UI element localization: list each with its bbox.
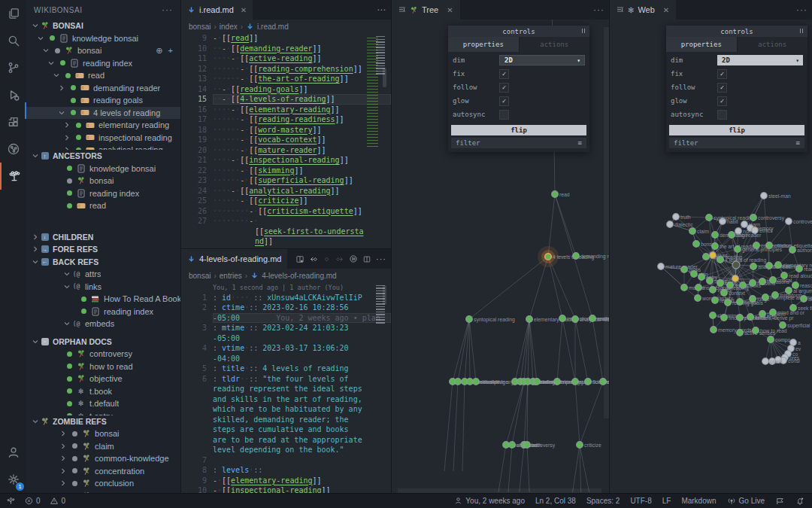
breadcrumb-file[interactable]: 4-levels-of-reading.md	[262, 272, 337, 280]
activity-wikibonsai[interactable]	[0, 163, 26, 190]
section-orphan-docs[interactable]: ▫ORPHAN DOCS	[26, 336, 180, 348]
graph-node-reading-goals[interactable]	[725, 300, 732, 306]
graph-node-sequence[interactable]	[737, 315, 744, 321]
graph-node-misinform[interactable]	[772, 292, 779, 299]
chevron-down-icon[interactable]	[36, 35, 45, 41]
follow-checkbox[interactable]: ✓	[717, 83, 727, 93]
graph-node-read[interactable]	[552, 191, 559, 198]
glow-checkbox[interactable]: ✓	[499, 96, 509, 106]
graph-node-habit[interactable]	[729, 232, 735, 239]
breadcrumb-item[interactable]: index	[220, 23, 238, 31]
chevron-down-icon[interactable]	[52, 72, 61, 78]
forward-icon[interactable]	[335, 255, 344, 263]
filter-input[interactable]: filter≡	[669, 138, 804, 148]
graph-node-truth[interactable]	[673, 214, 680, 221]
activity-settings[interactable]: 1	[0, 466, 26, 493]
graph-node-active-reading[interactable]	[703, 254, 710, 260]
tree-item-claim[interactable]: claim	[26, 440, 180, 453]
tab-actions[interactable]: actions	[520, 37, 590, 52]
more-icon[interactable]: ···	[376, 254, 386, 263]
tree-item-t-book[interactable]: ✻t.book	[26, 385, 180, 398]
graph-node-and-and-or[interactable]	[801, 296, 807, 303]
status-lf[interactable]: LF	[662, 497, 671, 505]
controls-header[interactable]: controls	[448, 26, 589, 37]
scrollbar-thumb[interactable]	[383, 285, 386, 305]
tree-item-elementary-reading[interactable]: elementary reading	[26, 119, 180, 132]
back-icon[interactable]	[309, 255, 318, 263]
tree-item-t-default[interactable]: ✻t.default	[26, 397, 180, 410]
graph-node-controversy[interactable]	[750, 214, 757, 221]
tree-item-reading-index[interactable]: reading index	[26, 306, 180, 318]
glow-checkbox[interactable]: ✓	[717, 96, 727, 106]
tree-item-bonsai[interactable]: bonsai	[26, 175, 180, 187]
activity-graph[interactable]	[0, 135, 26, 163]
status-wikibonsai-branch[interactable]	[6, 496, 16, 506]
activity-explorer[interactable]	[0, 0, 26, 27]
graph-node-syntopical-reading[interactable]	[466, 316, 473, 323]
graph-node-truth[interactable]	[524, 442, 531, 449]
fix-checkbox[interactable]: ✓	[499, 69, 509, 79]
graph-node-skimming[interactable]	[554, 379, 561, 385]
close-icon[interactable]: ✕	[663, 6, 669, 14]
status-go-live[interactable]: Go Live	[727, 497, 765, 506]
chevron-right-icon[interactable]	[59, 430, 68, 437]
close-icon[interactable]: ✕	[447, 6, 453, 14]
graph-node-read[interactable]	[710, 252, 717, 259]
graph-node-how-to-read[interactable]	[503, 442, 510, 449]
tab-i.read.md[interactable]: i.read.md✕	[181, 0, 253, 20]
activity-account[interactable]	[0, 439, 26, 466]
more-actions-icon[interactable]: ···	[162, 5, 173, 15]
close-icon[interactable]: ✕	[241, 6, 247, 14]
tab-tree[interactable]: Tree✕	[392, 0, 460, 20]
filter-input[interactable]: filter≡	[451, 138, 586, 148]
graph-node-concentration[interactable]	[753, 242, 760, 249]
graph-node[interactable]	[732, 261, 740, 269]
chevron-down-icon[interactable]	[41, 47, 50, 53]
graph-node-elementary-reading[interactable]	[775, 262, 782, 269]
chevron-down-icon[interactable]	[31, 418, 40, 424]
preview-icon[interactable]	[295, 255, 304, 263]
section-fore-refs[interactable]: →FORE REFS	[26, 243, 180, 256]
tree-item-read[interactable]: read	[26, 199, 180, 212]
chevron-right-icon[interactable]	[62, 122, 71, 128]
graph-node-reading-voice[interactable]	[796, 266, 803, 272]
graph-node-terms[interactable]	[707, 278, 714, 284]
tree-item-bonsai[interactable]: bonsai	[26, 427, 180, 440]
graph-node-syntopical-reading[interactable]	[706, 214, 713, 221]
graph-node-elementary-reading[interactable]	[526, 316, 533, 323]
graph-node-plan[interactable]	[691, 271, 698, 278]
tab-actions[interactable]: actions	[738, 37, 808, 52]
graph-node-criticize[interactable]	[577, 442, 583, 449]
status-markdown[interactable]: Markdown	[681, 497, 716, 505]
more-actions-icon[interactable]: ⋯	[377, 5, 386, 15]
tab-4-levels-of-reading.md[interactable]: 4-levels-of-reading.md	[181, 249, 287, 269]
split-icon[interactable]	[362, 255, 371, 263]
chevron-down-icon[interactable]	[31, 339, 40, 345]
graph-node-entry[interactable]	[698, 274, 705, 281]
section-children[interactable]: ↓CHILDREN	[26, 231, 180, 244]
chevron-right-icon[interactable]	[62, 135, 71, 141]
autosync-checkbox[interactable]	[499, 110, 509, 120]
more-actions-icon[interactable]: ···	[593, 5, 604, 15]
chevron-right-icon[interactable]	[31, 246, 40, 252]
chevron-down-icon[interactable]	[31, 23, 40, 29]
item-action-icons[interactable]: ⊕ +	[156, 46, 180, 56]
graph-node-inspectional-reading[interactable]	[695, 284, 702, 291]
tree-item-reading-goals[interactable]: reading goals	[26, 94, 180, 107]
graph-node-claim[interactable]	[689, 228, 696, 235]
chevron-right-icon[interactable]	[62, 147, 71, 150]
graph-node-superficial-reading[interactable]	[572, 379, 579, 385]
breadcrumb-item[interactable]: bonsai	[189, 23, 211, 31]
chevron-right-icon[interactable]	[59, 455, 68, 461]
tree-item-t-entry[interactable]: ✻t.entry	[26, 410, 180, 415]
fix-checkbox[interactable]: ✓	[717, 69, 727, 79]
graph-node-authors[interactable]	[789, 247, 796, 254]
graph-node-common-knowledge[interactable]	[455, 379, 462, 385]
activity-run-debug[interactable]	[0, 81, 26, 108]
status-utf-8[interactable]: UTF-8	[630, 497, 651, 505]
graph-node-judge[interactable]	[750, 296, 756, 303]
chevron-right-icon[interactable]	[57, 85, 66, 91]
graph-node-vocab[interactable]	[710, 287, 717, 294]
graph-node-mature[interactable]	[681, 284, 688, 291]
graph-node-bonsai[interactable]	[693, 241, 700, 248]
